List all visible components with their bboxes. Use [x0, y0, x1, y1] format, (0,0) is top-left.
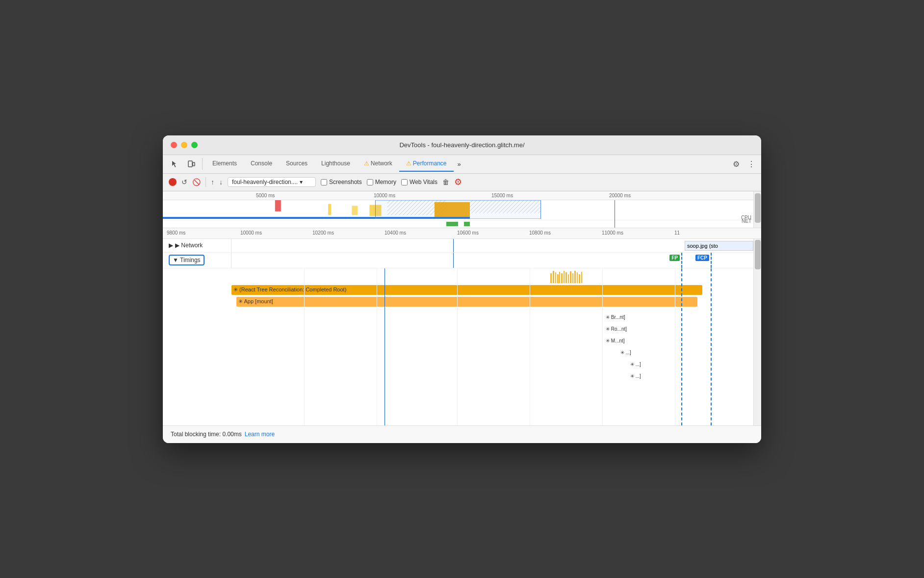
svg-rect-27: [579, 274, 580, 283]
timings-row[interactable]: ▼ Timings FP FCP: [163, 253, 753, 268]
tick-bars-top: [550, 268, 753, 283]
toolbar-right: ⚙ ⋮: [731, 158, 757, 171]
url-dropdown[interactable]: foul-heavenly-direction.... ▾: [228, 177, 316, 187]
scrollbar-thumb[interactable]: [755, 193, 761, 223]
grid-line-3: [457, 268, 458, 425]
svg-rect-14: [550, 273, 552, 283]
tab-console[interactable]: Console: [244, 156, 279, 172]
svg-rect-13: [464, 222, 470, 226]
svg-rect-19: [561, 273, 563, 283]
dropdown-arrow-icon: ▾: [300, 179, 303, 185]
traffic-lights: [171, 142, 198, 148]
svg-rect-10: [375, 200, 540, 219]
nav-toolbar: Elements Console Sources Lighthouse ⚠Net…: [163, 155, 761, 174]
more-tabs-button[interactable]: »: [454, 158, 465, 170]
performance-warn-icon: ⚠: [406, 160, 411, 167]
soop-bar: soop.jpg (sto: [685, 241, 753, 251]
dots3-bar: ✳ ...]: [629, 371, 658, 381]
web-vitals-checkbox-group[interactable]: Web Vitals: [401, 179, 437, 185]
inspect-element-button[interactable]: [167, 158, 182, 170]
close-button[interactable]: [171, 142, 177, 148]
dashed-fcp: [711, 268, 712, 425]
network-row-content: soop.jpg (sto: [231, 239, 753, 252]
network-warn-icon: ⚠: [364, 160, 369, 167]
minimize-button[interactable]: [181, 142, 187, 148]
reload-button[interactable]: ↺: [181, 178, 187, 186]
ruler-11plus: 11: [674, 230, 680, 236]
svg-rect-18: [559, 272, 560, 283]
timeline-overview[interactable]: 5000 ms 10000 ms 15000 ms 20000 ms: [163, 191, 761, 228]
svg-rect-0: [188, 161, 192, 167]
grid-line-2: [377, 268, 377, 425]
ro-nt-bar: ✳ Ro...nt]: [604, 324, 646, 334]
detail-scrollbar-thumb[interactable]: [755, 240, 761, 269]
overview-vline-red: [615, 200, 615, 228]
fp-badge: FP: [669, 255, 680, 261]
svg-rect-15: [553, 271, 554, 283]
web-vitals-checkbox[interactable]: [401, 179, 408, 185]
tab-elements[interactable]: Elements: [205, 156, 244, 172]
m-nt-label: ✳ M...nt]: [606, 338, 625, 343]
dots2-label: ✳ ...]: [630, 362, 641, 367]
br-nt-bar: ✳ Br...nt]: [604, 313, 646, 322]
network-row[interactable]: ▶ ▶ Network soop.jpg (sto: [163, 239, 753, 253]
upload-button[interactable]: ↑: [211, 178, 214, 186]
learn-more-link[interactable]: Learn more: [245, 431, 275, 438]
grid-line-4: [530, 268, 530, 425]
cpu-chart: [163, 200, 753, 219]
timings-row-content: FP FCP: [231, 253, 753, 268]
ruler-10800: 10800 ms: [529, 230, 551, 236]
ruler-10000: 10000 ms: [374, 193, 395, 198]
cursor-icon: [171, 160, 179, 168]
grid-line-6: [675, 268, 675, 425]
screenshots-checkbox[interactable]: [321, 179, 327, 185]
svg-rect-20: [564, 271, 565, 283]
dots2-bar: ✳ ...]: [629, 360, 658, 369]
vline-blue-main: [385, 268, 385, 425]
maximize-button[interactable]: [191, 142, 198, 148]
tab-performance[interactable]: ⚠Performance: [399, 156, 454, 172]
trash-button[interactable]: 🗑: [442, 178, 449, 186]
svg-rect-17: [557, 274, 559, 283]
vline-blue-network: [453, 239, 454, 252]
flame-chart-area: ✳ (React Tree Reconciliation: Completed …: [231, 268, 753, 425]
screenshots-checkbox-group[interactable]: Screenshots: [321, 179, 362, 185]
titlebar: DevTools - foul-heavenly-direction.glitc…: [163, 135, 761, 155]
grid-line-1: [304, 268, 305, 425]
overview-scrollbar[interactable]: [753, 191, 761, 228]
dashed-line-fp: [681, 253, 682, 268]
ruler-11000: 11000 ms: [602, 230, 623, 236]
timeline-rows-container: ▶ ▶ Network soop.jpg (sto ▼ Timings: [163, 239, 753, 425]
more-options-button[interactable]: ⋮: [745, 158, 757, 171]
ruler-5000: 5000 ms: [256, 193, 275, 198]
detail-scrollbar[interactable]: [753, 239, 761, 425]
br-nt-label: ✳ Br...nt]: [606, 315, 625, 320]
settings-button[interactable]: ⚙: [731, 158, 742, 171]
dots3-label: ✳ ...]: [630, 373, 641, 379]
svg-rect-12: [446, 222, 458, 226]
device-toolbar-button[interactable]: [183, 158, 199, 170]
tab-sources[interactable]: Sources: [279, 156, 314, 172]
ruler-10000: 10000 ms: [240, 230, 262, 236]
expand-icon: ▶: [169, 242, 173, 249]
memory-checkbox-group[interactable]: Memory: [367, 179, 396, 185]
ruler-20000: 20000 ms: [609, 193, 631, 198]
net-label: NET: [742, 218, 751, 224]
tab-lighthouse[interactable]: Lighthouse: [314, 156, 357, 172]
react-reconciliation-label: ✳ (React Tree Reconciliation: Completed …: [233, 287, 346, 293]
timings-label: ▼ Timings: [169, 255, 205, 265]
svg-rect-1: [193, 162, 195, 166]
status-bar: Total blocking time: 0.00ms Learn more: [163, 425, 761, 443]
record-button[interactable]: [169, 178, 177, 186]
separator: [205, 177, 206, 187]
memory-checkbox[interactable]: [367, 179, 373, 185]
grid-line-5: [602, 268, 603, 425]
timeline-detail: ▶ ▶ Network soop.jpg (sto ▼ Timings: [163, 239, 761, 425]
svg-rect-2: [275, 200, 281, 211]
clear-button[interactable]: 🚫: [192, 178, 201, 186]
download-button[interactable]: ↓: [219, 178, 223, 186]
m-nt-bar: ✳ M...nt]: [604, 336, 646, 346]
tab-network[interactable]: ⚠Network: [357, 156, 399, 172]
devtools-window: DevTools - foul-heavenly-direction.glitc…: [163, 135, 761, 443]
ruler-10200: 10200 ms: [312, 230, 334, 236]
